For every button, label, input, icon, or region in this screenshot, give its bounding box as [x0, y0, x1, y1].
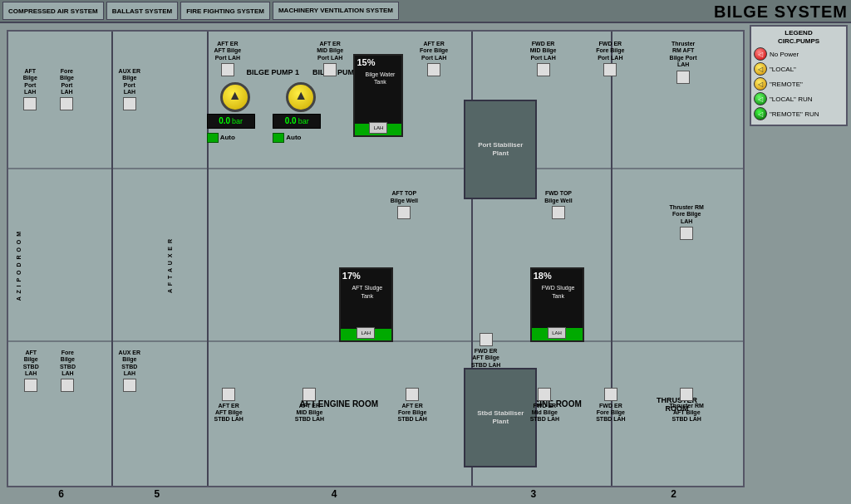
aft-bilge-port-lah-area: AFTBilgePortLAH	[23, 68, 37, 113]
fore-bilge-stbd-lah-area: ForeBilgeSTBDLAH	[60, 350, 76, 394]
zone-5-label: 5	[155, 488, 160, 500]
aft-er-fore-bilge-stbd: AFT ERFore BilgeSTBD LAH	[398, 386, 427, 423]
nav-ballast[interactable]: BALLAST SYSTEM	[106, 2, 178, 20]
aft-er-aft-bilge-stbd-cb[interactable]	[222, 388, 235, 401]
bilge-pump-1-auto-indicator	[207, 133, 219, 143]
aft-sludge-percent: 17%	[342, 271, 361, 281]
legend-item-local: ◁ "LOCAL"	[754, 62, 844, 76]
legend-item-local-run: ◁ "LOCAL" RUN	[754, 92, 844, 105]
zone-2-label: 2	[671, 488, 676, 500]
aft-er-fore-bilge-port-cb[interactable]	[427, 63, 440, 76]
port-stabiliser-plant: Port StabiliserPlant	[464, 100, 537, 199]
aft-top-bilge-well: AFT TOPBilge Well	[391, 190, 418, 221]
legend-item-remote: ◁ "REMOTE"	[754, 77, 844, 91]
bilge-pump-1-circle[interactable]: ▲	[220, 82, 250, 112]
fwd-er-mid-bilge-port: FWD ERMID BilgePort LAH	[530, 41, 557, 78]
bilge-pump-2-circle[interactable]: ▲	[286, 82, 316, 112]
fore-bilge-port-lah-area: ForeBilgePortLAH	[60, 68, 74, 113]
thruster-rm-aft-bilge-stbd-cb[interactable]	[680, 388, 693, 401]
fwd-sludge-tank-name: FWD SludgeTank	[534, 284, 583, 299]
fwd-sludge-tank-display: 18% FWD SludgeTank LAH	[530, 267, 584, 342]
aft-er-mid-bilge-stbd: AFT ERMID BilgeSTBD LAH	[295, 386, 324, 423]
top-nav: COMPRESSED AIR SYSTEM BALLAST SYSTEM FIR…	[0, 0, 851, 23]
nav-machinery-vent[interactable]: MACHINERY VENTILATION SYSTEM	[273, 2, 399, 20]
fore-bilge-port-cb[interactable]	[60, 97, 73, 110]
bilge-water-tank-name: Bilge WaterTank	[357, 71, 403, 86]
aux-er-bilge-port-cb[interactable]	[123, 97, 136, 110]
thruster-rm-aft-bilge-stbd: Thruster RMAFT BilgeSTBD LAH	[670, 386, 704, 423]
aux-er-bilge-port-lah-area: AUX ERBilgePortLAH	[119, 68, 140, 113]
aft-bilge-port-cb[interactable]	[23, 97, 37, 110]
thruster-rm-fore-bilge-lah: Thruster RMFore BilgeLAH	[670, 204, 704, 242]
bilge-pump-1-pressure: 0.0 bar	[207, 114, 255, 129]
zone-divider-6-5	[111, 32, 113, 486]
fwd-er-mid-bilge-stbd-cb[interactable]	[538, 388, 551, 401]
aft-aux-er-label: A F T A U X E R	[155, 190, 184, 340]
zone-3-label: 3	[530, 488, 536, 500]
bilge-water-lah-box: LAH	[369, 122, 387, 134]
fwd-er-fore-bilge-stbd-cb[interactable]	[604, 388, 617, 401]
aft-er-mid-bilge-stbd-cb[interactable]	[303, 388, 316, 401]
fwd-er-mid-bilge-stbd: FWD ERMid BilgeSTBD LAH	[530, 386, 559, 423]
ship-body: A Z I P O D R O O M A F T A U X E R AFT …	[7, 30, 745, 487]
fwd-sludge-lah-box: LAH	[548, 327, 566, 339]
zone-numbers: 6 5 4 3 2	[7, 486, 745, 502]
aft-sludge-tank-display: 17% AFT SludgeTank LAH	[339, 267, 393, 342]
nav-compressed-air[interactable]: COMPRESSED AIR SYSTEM	[2, 2, 104, 20]
aft-sludge-tank-name: AFT SludgeTank	[342, 284, 392, 299]
aft-er-fore-bilge-stbd-cb[interactable]	[406, 388, 419, 401]
aft-er-aft-bilge-port: AFT ERAFT BilgePort LAH	[214, 41, 242, 78]
fwd-er-fore-bilge-stbd: FWD ERFore BilgeSTBD LAH	[596, 386, 625, 423]
legend-item-no-power: ◁ No Power	[754, 47, 844, 61]
aft-er-aft-bilge-stbd: AFT ERAFT BilgeSTBD LAH	[214, 386, 243, 423]
legend-item-remote-run: ◁ "REMOTE" RUN	[754, 107, 844, 120]
azipod-room-label: A Z I P O D R O O M	[16, 190, 22, 340]
legend-title: LEGENDCIRC.PUMPS	[754, 29, 844, 45]
bilge-pump-2-pressure: 0.0 bar	[273, 114, 321, 129]
aft-bilge-stbd-lah-area: AFTBilgeSTBDLAH	[23, 350, 39, 394]
bilge-water-percent: 15%	[357, 57, 375, 67]
fwd-er-aft-bilge-stbd-cb[interactable]	[480, 333, 493, 346]
zone-4-label: 4	[332, 488, 337, 500]
fwd-er-fore-bilge-port-cb[interactable]	[603, 63, 617, 76]
bilge-water-tank-display: 15% Bilge WaterTank LAH	[353, 54, 403, 137]
nav-fire-fighting[interactable]: FIRE FIGHTING SYSTEM	[180, 2, 270, 20]
bilge-pump-2-auto: Auto	[273, 133, 301, 143]
fwd-er-mid-bilge-port-cb[interactable]	[537, 63, 550, 76]
thruster-rm-fore-bilge-cb[interactable]	[680, 227, 693, 240]
fwd-top-bilge-well-cb[interactable]	[552, 206, 565, 219]
legend-box: LEGENDCIRC.PUMPS ◁ No Power ◁ "LOCAL" ◁ …	[750, 25, 848, 126]
aft-bilge-stbd-cb[interactable]	[24, 379, 37, 392]
bilge-pump-1-auto: Auto	[207, 133, 235, 143]
stbd-stabiliser-plant: Stbd StabiliserPlant	[464, 368, 537, 467]
thruster-rm-aft-bilge-port: ThrusterRM AFTBilge PortLAH	[670, 41, 697, 86]
fwd-top-bilge-well: FWD TOPBilge Well	[544, 190, 572, 221]
aux-er-bilge-stbd-lah-area: AUX ERBilgeSTBDLAH	[119, 350, 140, 394]
aft-er-aft-bilge-port-cb[interactable]	[221, 63, 234, 76]
aft-sludge-lah-box: LAH	[357, 327, 375, 339]
fwd-er-aft-bilge-stbd: FWD ERAFT BilgeSTBD LAH	[471, 331, 500, 369]
aft-er-mid-bilge-port-cb[interactable]	[323, 63, 337, 76]
thruster-rm-aft-bilge-port-cb[interactable]	[676, 71, 690, 84]
fore-bilge-stbd-cb[interactable]	[61, 379, 74, 392]
schematic-area: A Z I P O D R O O M A F T A U X E R AFT …	[0, 23, 851, 504]
aft-er-mid-bilge-port: AFT ERMID BilgePort LAH	[317, 41, 343, 78]
aft-top-bilge-well-cb[interactable]	[397, 206, 411, 219]
aft-er-fore-bilge-port: AFT ERFore BilgePort LAH	[420, 41, 448, 78]
aux-er-bilge-stbd-cb[interactable]	[123, 379, 136, 392]
bilge-pump-2-auto-indicator	[273, 133, 284, 143]
page-title: BILGE SYSTEM	[714, 0, 848, 23]
fwd-er-fore-bilge-port: FWD ERFore BilgePort LAH	[596, 41, 624, 78]
zone-6-label: 6	[58, 488, 64, 500]
fwd-sludge-percent: 18%	[534, 271, 552, 281]
